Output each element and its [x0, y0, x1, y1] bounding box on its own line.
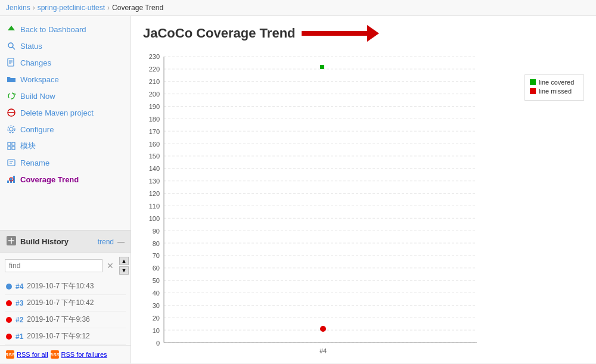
sidebar-item-back-dashboard[interactable]: Back to Dashboard: [0, 21, 131, 38]
rss-all-link[interactable]: RSS for all: [17, 351, 48, 358]
table-row: #2 2019-10-7 下午9:36: [5, 312, 126, 328]
svg-text:110: 110: [149, 203, 160, 210]
chart-svg: 230 220 210 200 190 180 170 160: [143, 51, 489, 360]
scroll-controls: ▲ ▼: [119, 257, 129, 275]
svg-rect-13: [8, 142, 11, 145]
chart-title: JaCoCo Coverage Trend: [143, 25, 584, 42]
sidebar-item-status[interactable]: Status: [0, 38, 131, 54]
legend-covered-dot: [530, 79, 536, 85]
status-dot: [6, 334, 12, 340]
svg-text:160: 160: [149, 141, 160, 148]
build-link[interactable]: #3: [15, 299, 23, 307]
svg-rect-15: [8, 147, 11, 150]
svg-marker-0: [8, 26, 15, 30]
status-dot: [6, 317, 12, 323]
table-row: #4 2019-10-7 下午10:43: [5, 278, 126, 295]
build-history-controls: ✕ ▲ ▼: [0, 253, 131, 278]
collapse-icon[interactable]: —: [117, 238, 125, 246]
svg-text:100: 100: [149, 215, 160, 222]
build-link[interactable]: #2: [15, 316, 23, 324]
rename-icon: [6, 157, 17, 168]
gear-icon: [6, 124, 17, 135]
svg-rect-16: [12, 147, 15, 150]
svg-text:0: 0: [156, 340, 160, 347]
build-time: 2019-10-7 下午9:12: [27, 331, 89, 341]
covered-dot: [320, 65, 324, 69]
svg-point-7: [8, 93, 14, 99]
sidebar-item-changes[interactable]: Changes: [0, 54, 131, 71]
breadcrumb-current: Coverage Trend: [112, 4, 163, 12]
svg-text:30: 30: [153, 302, 160, 309]
sidebar-item-label: Coverage Trend: [20, 175, 79, 184]
svg-text:10: 10: [153, 327, 160, 334]
sidebar-item-workspace[interactable]: Workspace: [0, 71, 131, 88]
breadcrumb-sep-1: ›: [33, 4, 35, 12]
build-link[interactable]: #4: [15, 282, 23, 291]
sync-icon: [6, 91, 17, 101]
sidebar-item-label: Changes: [20, 58, 51, 67]
scroll-up-button[interactable]: ▲: [119, 257, 129, 265]
find-input[interactable]: [5, 259, 103, 272]
folder-icon: [6, 74, 17, 85]
notepad-icon: [6, 57, 17, 68]
sidebar-item-build-now[interactable]: Build Now: [0, 88, 131, 104]
svg-rect-20: [7, 181, 9, 183]
build-history-section: Build History trend — ✕ ▲ ▼ #4 2019-10-7…: [0, 230, 131, 363]
build-time: 2019-10-7 下午10:43: [27, 281, 94, 291]
svg-line-2: [13, 47, 15, 49]
arrow-head: [367, 25, 379, 42]
svg-text:170: 170: [149, 128, 160, 135]
svg-text:150: 150: [149, 153, 160, 160]
build-history-icon: [6, 235, 17, 248]
breadcrumb-jenkins[interactable]: Jenkins: [6, 4, 30, 12]
rss-failures-link[interactable]: RSS for failures: [61, 351, 107, 358]
clear-button[interactable]: ✕: [105, 261, 116, 270]
chart-legend: line covered line missed: [524, 74, 584, 101]
legend-item-covered: line covered: [530, 79, 579, 86]
scroll-down-button[interactable]: ▼: [119, 266, 129, 275]
breadcrumb-sep-2: ›: [107, 4, 110, 12]
sidebar-item-label: Workspace: [20, 75, 59, 84]
breadcrumb: Jenkins › spring-petclinic-uttest › Cove…: [0, 0, 596, 16]
legend-covered-label: line covered: [539, 79, 574, 86]
svg-text:220: 220: [149, 66, 160, 73]
svg-text:210: 210: [149, 78, 160, 85]
sidebar-item-label: Build Now: [20, 92, 55, 101]
sidebar: Back to Dashboard Status: [0, 16, 131, 363]
build-time: 2019-10-7 下午9:36: [27, 315, 89, 325]
main-layout: Back to Dashboard Status: [0, 16, 596, 363]
sidebar-item-coverage-trend[interactable]: Coverage Trend: [0, 171, 131, 188]
build-link[interactable]: #1: [15, 332, 23, 341]
legend-missed-dot: [530, 88, 536, 94]
sidebar-item-label: Rename: [20, 158, 49, 167]
sidebar-item-delete[interactable]: Delete Maven project: [0, 104, 131, 121]
sidebar-item-label: Configure: [20, 125, 54, 134]
svg-text:40: 40: [153, 290, 160, 297]
legend-missed-label: line missed: [539, 88, 572, 95]
sidebar-item-module[interactable]: 模块: [0, 138, 131, 154]
table-row: #1 2019-10-7 下午9:12: [5, 328, 126, 345]
sidebar-item-label: Status: [20, 42, 42, 51]
content-area: JaCoCo Coverage Trend 230 220 2: [131, 16, 596, 363]
breadcrumb-project[interactable]: spring-petclinic-uttest: [38, 4, 105, 12]
trend-link[interactable]: trend: [98, 238, 114, 246]
chart-container: 230 220 210 200 190 180 170 160: [143, 51, 584, 360]
chart-title-text: JaCoCo Coverage Trend: [143, 26, 296, 41]
sidebar-item-configure[interactable]: Configure: [0, 121, 131, 138]
sidebar-item-label: 模块: [20, 141, 36, 151]
build-history-title: Build History: [20, 237, 94, 246]
magnifier-icon: [6, 41, 17, 51]
sidebar-item-rename[interactable]: Rename: [0, 154, 131, 171]
legend-item-missed: line missed: [530, 88, 579, 95]
svg-text:180: 180: [149, 116, 160, 123]
status-dot: [6, 284, 12, 290]
svg-text:60: 60: [153, 265, 160, 272]
no-icon: [6, 107, 17, 118]
rss-all-icon: RSS: [6, 350, 14, 359]
sidebar-item-label: Back to Dashboard: [20, 25, 86, 34]
red-arrow: [302, 25, 379, 42]
status-dot: [6, 300, 12, 306]
svg-text:200: 200: [149, 91, 160, 98]
table-row: #3 2019-10-7 下午10:42: [5, 295, 126, 312]
svg-text:90: 90: [153, 228, 160, 235]
